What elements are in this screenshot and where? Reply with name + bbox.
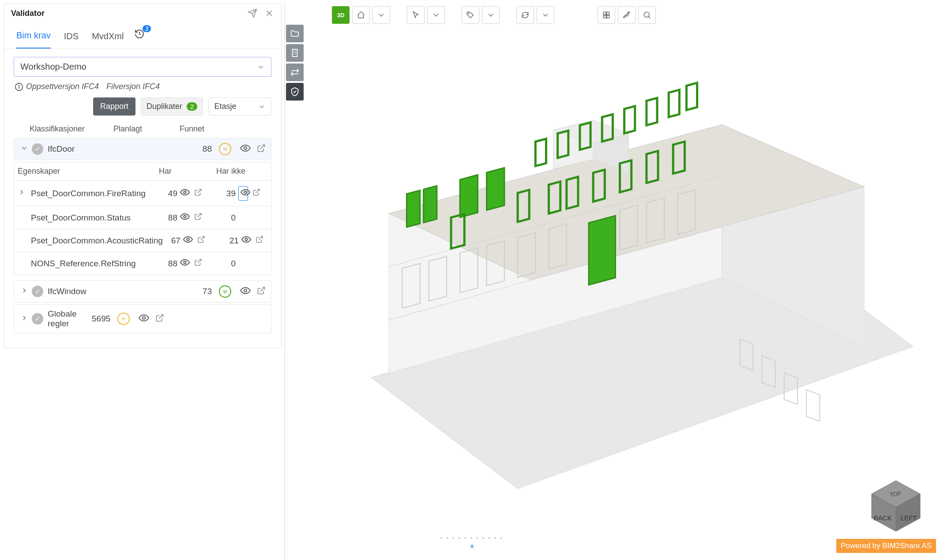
prop-not: 39 (218, 189, 236, 198)
face-neutral-icon (219, 143, 231, 155)
face-happy-icon (219, 285, 231, 298)
svg-rect-20 (293, 49, 297, 57)
eye-icon[interactable] (241, 235, 251, 246)
duplikater-count: 2 (187, 102, 197, 111)
external-icon[interactable] (257, 286, 266, 297)
prop-row[interactable]: Pset_DoorCommon.FireRating 49 39 (14, 181, 271, 206)
svg-rect-68 (624, 106, 635, 134)
prop-name: Pset_DoorCommon.Status (31, 213, 160, 223)
external-icon[interactable] (257, 144, 266, 154)
prop-not: 0 (218, 259, 236, 269)
3d-viewport[interactable] (309, 35, 931, 542)
class-row-ifcwindow[interactable]: ✓ IfcWindow 73 (14, 280, 271, 302)
eye-icon-active[interactable] (238, 186, 248, 201)
duplikater-button[interactable]: Duplikater 2 (141, 97, 203, 116)
close-icon[interactable] (264, 8, 274, 18)
class-found: 88 (190, 144, 212, 154)
svg-rect-70 (669, 90, 679, 117)
svg-point-11 (245, 238, 248, 241)
prop-not: 21 (221, 236, 239, 246)
tab-ids[interactable]: IDS (64, 31, 79, 49)
external-icon[interactable] (155, 314, 164, 324)
class-row-globale[interactable]: ✓ Globale regler 5695 (14, 304, 271, 333)
chevron-down-icon[interactable] (372, 6, 390, 24)
ph-harikke: Har ikke (216, 167, 267, 176)
send-icon[interactable] (248, 8, 257, 18)
class-row-ifcdoor[interactable]: ✓ IfcDoor 88 (14, 138, 271, 160)
chevron-down-icon[interactable] (537, 6, 554, 24)
ph-har: Har (159, 167, 216, 176)
external-icon[interactable] (194, 213, 202, 223)
svg-point-12 (184, 261, 186, 264)
external-icon[interactable] (194, 188, 202, 198)
rapport-button[interactable]: Rapport (93, 97, 135, 116)
eye-icon[interactable] (139, 313, 149, 325)
th-funnet: Funnet (180, 124, 270, 134)
prop-name: Pset_DoorCommon.AcousticRating (31, 236, 163, 246)
viewer-cursor-button[interactable] (407, 6, 425, 24)
viewer-home-button[interactable] (352, 6, 370, 24)
eye-icon[interactable] (240, 285, 251, 298)
chevron-down-icon[interactable] (482, 6, 500, 24)
prop-has: 88 (160, 259, 177, 269)
viewer-mode-3d[interactable]: 3D (332, 6, 350, 24)
eye-icon[interactable] (183, 235, 193, 246)
building-model (309, 35, 931, 542)
tab-history[interactable]: 3 (134, 29, 145, 49)
viewer-search-button[interactable] (638, 6, 656, 24)
viewer-grid-button[interactable] (598, 6, 615, 24)
svg-rect-69 (647, 98, 657, 125)
eye-icon[interactable] (180, 212, 190, 224)
svg-rect-53 (460, 175, 478, 217)
chevron-down-icon[interactable] (427, 6, 445, 24)
svg-rect-51 (406, 190, 420, 228)
svg-point-6 (244, 147, 247, 149)
tab-mvdxml[interactable]: MvdXml (92, 31, 124, 49)
viewer-tag-button[interactable] (462, 6, 479, 24)
prop-row[interactable]: NONS_Reference.RefString 88 0 (14, 252, 271, 275)
check-icon: ✓ (32, 286, 43, 297)
th-planlagt: Planlagt (113, 124, 180, 134)
svg-rect-55 (589, 216, 615, 285)
prop-has: 49 (160, 189, 177, 198)
panel-title: Validator (11, 9, 45, 18)
prop-row[interactable]: Pset_DoorCommon.AcousticRating 67 21 (14, 229, 271, 252)
sidebar-shield-button[interactable] (286, 83, 304, 101)
prop-name: Pset_DoorCommon.FireRating (31, 189, 160, 198)
svg-point-10 (187, 238, 189, 241)
etasje-select[interactable]: Etasje (208, 97, 271, 116)
face-neutral-icon (117, 313, 130, 325)
bottom-drawer-handle[interactable]: • • • • • • • • • • • (440, 535, 504, 549)
sidebar-folder-button[interactable] (286, 25, 304, 42)
eye-icon[interactable] (180, 187, 190, 199)
prop-row[interactable]: Pset_DoorCommon.Status 88 0 (14, 206, 271, 229)
th-klass: Klassifikasjoner (30, 124, 113, 134)
external-icon[interactable] (194, 258, 202, 269)
svg-point-13 (224, 291, 225, 291)
tab-bimkrav[interactable]: Bim krav (16, 30, 51, 49)
history-badge: 3 (143, 25, 151, 32)
viewer-refresh-button[interactable] (516, 6, 534, 24)
workshop-select-value: Workshop-Demo (20, 62, 87, 72)
workshop-select[interactable]: Workshop-Demo (14, 57, 271, 77)
view-cube[interactable]: TOP BACK LEFT (867, 476, 925, 534)
sidebar-swap-button[interactable] (286, 63, 304, 81)
svg-rect-29 (607, 12, 609, 15)
svg-point-2 (19, 85, 19, 85)
prop-has: 88 (160, 213, 177, 223)
svg-point-4 (226, 148, 227, 149)
sidebar-building-button[interactable] (286, 44, 304, 62)
eye-icon[interactable] (240, 143, 251, 155)
svg-point-16 (122, 318, 123, 319)
viewer-wrench-button[interactable] (618, 6, 636, 24)
external-icon[interactable] (256, 235, 263, 246)
meta-setup: Oppsettversjon IFC4 (26, 82, 99, 91)
prop-has: 67 (163, 236, 181, 246)
external-icon[interactable] (197, 235, 205, 246)
powered-by-badge: Powered by BIM2Share AS (836, 539, 936, 553)
svg-rect-71 (686, 83, 697, 110)
eye-icon[interactable] (180, 258, 190, 269)
meta-file: Filversjon IFC4 (106, 82, 160, 91)
check-icon: ✓ (32, 313, 43, 325)
external-icon[interactable] (252, 188, 260, 198)
